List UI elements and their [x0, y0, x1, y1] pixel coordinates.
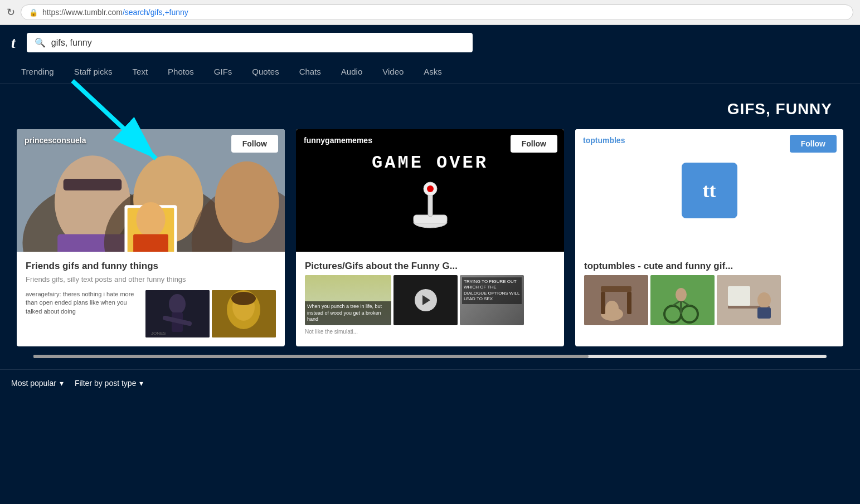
svg-rect-3: [64, 179, 122, 190]
not-like-simulation: Not like the simulati...: [305, 325, 555, 335]
thumbnail-caption-2-3: TRYING TO FIGURE OUT WHICH OF THE DIALOG…: [462, 277, 522, 304]
svg-point-8: [215, 162, 279, 243]
sort-chevron: ▾: [60, 379, 64, 388]
main-content: GIFS, FUNNY: [0, 84, 860, 358]
nav-item-trending[interactable]: Trending: [11, 60, 64, 83]
address-text: https://www.tumblr.com/search/gifs,+funn…: [42, 8, 188, 17]
thumbnail-2-3: TRYING TO FIGURE OUT WHICH OF THE DIALOG…: [460, 275, 524, 325]
post-text-1: averagefairy: theres nothing i hate more…: [26, 290, 143, 337]
page-title-area: GIFS, FUNNY: [11, 95, 849, 129]
follow-button-3[interactable]: Follow: [790, 135, 837, 153]
card-2: GAME OVER funnygamememes Follow Pictures…: [296, 129, 564, 346]
nav-item-gifs[interactable]: GIFs: [204, 60, 242, 83]
address-bar[interactable]: 🔒 https://www.tumblr.com/search/gifs,+fu…: [21, 4, 853, 20]
nav-bar: Trending Staff picks Text Photos GIFs Qu…: [0, 60, 860, 84]
browser-chrome: ↻ 🔒 https://www.tumblr.com/search/gifs,+…: [0, 0, 860, 25]
card-3: toptumbles Follow tt toptumbles - cute a…: [575, 129, 843, 346]
svg-rect-45: [757, 307, 771, 319]
nav-item-photos[interactable]: Photos: [158, 60, 204, 83]
blog-title-3: toptumbles - cute and funny gif...: [584, 261, 834, 272]
nav-item-video[interactable]: Video: [372, 60, 414, 83]
refresh-icon[interactable]: ↻: [7, 6, 15, 18]
tumblr-logo[interactable]: t: [11, 34, 16, 52]
thumbnail-2-2: [393, 275, 458, 325]
thumbnail-caption-2-1: When you punch a tree in life, but inste…: [305, 301, 391, 325]
svg-point-44: [757, 292, 771, 308]
thumbnail-2-1: When you punch a tree in life, but inste…: [305, 275, 391, 325]
svg-line-17: [177, 321, 190, 324]
card-body-2: Pictures/Gifs about the Funny G... When …: [296, 252, 564, 344]
filter-chevron: ▾: [139, 379, 143, 388]
thumbnail-3-2: [650, 275, 715, 325]
nav-item-text[interactable]: Text: [123, 60, 158, 83]
svg-rect-12: [133, 234, 168, 252]
filter-selector[interactable]: Filter by post type ▾: [75, 379, 144, 388]
play-triangle: [422, 295, 430, 305]
svg-rect-33: [627, 292, 631, 314]
sort-selector[interactable]: Most popular ▾: [11, 379, 64, 388]
card-thumbnails-2: When you punch a tree in life, but inste…: [305, 275, 555, 325]
scrollbar-track[interactable]: [33, 355, 827, 358]
cards-grid: princesconsuela Follow Friends gifs and …: [11, 129, 849, 346]
card-cover-2: GAME OVER funnygamememes Follow: [296, 129, 564, 252]
svg-point-11: [136, 202, 165, 237]
card-username-1: princesconsuela: [25, 136, 86, 145]
search-input[interactable]: [51, 38, 465, 48]
tt-logo: tt: [682, 163, 737, 218]
nav-item-audio[interactable]: Audio: [331, 60, 372, 83]
nav-item-quotes[interactable]: Quotes: [242, 60, 289, 83]
card-username-2: funnygamememes: [304, 136, 372, 145]
blog-title-2: Pictures/Gifs about the Funny G...: [305, 261, 555, 272]
bottom-bar: Most popular ▾ Filter by post type ▾: [0, 369, 860, 397]
svg-point-14: [169, 294, 186, 314]
card-thumbnails-1: averagefairy: theres nothing i hate more…: [26, 290, 276, 337]
svg-point-27: [427, 185, 434, 192]
card-1: princesconsuela Follow Friends gifs and …: [17, 129, 285, 346]
svg-point-30: [605, 301, 619, 316]
follow-button-2[interactable]: Follow: [511, 135, 557, 153]
card-cover-3: toptumbles Follow tt: [575, 129, 843, 252]
sort-label: Most popular: [11, 379, 56, 388]
nav-item-asks[interactable]: Asks: [414, 60, 452, 83]
card-body-1: Friends gifs and funny things Friends gi…: [17, 252, 285, 346]
svg-rect-43: [728, 286, 750, 306]
svg-rect-31: [601, 286, 631, 292]
tumblr-header: t 🔍: [0, 25, 860, 60]
lock-icon: 🔒: [29, 8, 38, 17]
card-body-3: toptumbles - cute and funny gif...: [575, 252, 843, 334]
svg-rect-32: [601, 292, 605, 314]
nav-item-staffpicks[interactable]: Staff picks: [64, 60, 123, 83]
svg-point-40: [676, 288, 687, 301]
nav-item-chats[interactable]: Chats: [289, 60, 331, 83]
blog-desc-1: Friends gifs, silly text posts and other…: [26, 275, 276, 283]
svg-point-22: [231, 292, 256, 305]
svg-text:JONES: JONES: [151, 331, 166, 336]
joystick-icon: [408, 179, 453, 229]
thumbnail-3-3: [717, 275, 781, 325]
play-button[interactable]: [415, 289, 437, 311]
page-title: GIFS, FUNNY: [11, 100, 832, 118]
search-icon: 🔍: [35, 37, 46, 48]
thumbnail-1-1: JONES: [145, 290, 210, 337]
card-username-3: toptumbles: [583, 136, 625, 145]
scrollbar-thumb: [33, 355, 589, 358]
blog-title-1: Friends gifs and funny things: [26, 261, 276, 272]
game-over-text: GAME OVER: [372, 153, 488, 173]
thumbnail-1-2: [212, 290, 276, 337]
search-box[interactable]: 🔍: [27, 33, 473, 52]
filter-label: Filter by post type: [75, 379, 137, 388]
follow-button-1[interactable]: Follow: [231, 135, 278, 153]
card-thumbnails-3: [584, 275, 834, 325]
card-cover-1: princesconsuela Follow: [17, 129, 285, 252]
thumbnail-3-1: [584, 275, 648, 325]
scrollbar-area: [11, 346, 849, 358]
